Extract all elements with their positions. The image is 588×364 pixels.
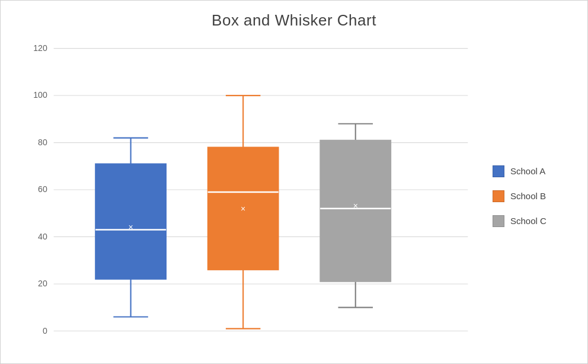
legend-label-school-c: School C [510, 216, 547, 226]
legend-color-school-b [493, 190, 504, 202]
legend-item-school-c: School C [493, 215, 576, 227]
legend: School A School B School C [481, 34, 576, 358]
svg-text:80: 80 [38, 138, 47, 147]
chart-title: Box and Whisker Chart [212, 11, 376, 30]
svg-text:×: × [128, 222, 133, 232]
svg-rect-18 [95, 164, 166, 279]
legend-label-school-b: School B [510, 191, 546, 201]
chart-container: Box and Whisker Chart 120 100 80 60 [0, 0, 588, 364]
svg-text:×: × [241, 204, 245, 213]
legend-item-school-b: School B [493, 190, 576, 202]
legend-label-school-a: School A [510, 166, 545, 176]
chart-area: 120 100 80 60 40 20 0 [18, 34, 481, 358]
chart-body: 120 100 80 60 40 20 0 [1, 34, 587, 364]
svg-text:120: 120 [33, 43, 47, 53]
svg-text:100: 100 [33, 90, 47, 100]
svg-text:60: 60 [38, 184, 47, 194]
svg-rect-32 [320, 141, 391, 282]
svg-text:0: 0 [43, 326, 47, 336]
legend-item-school-a: School A [493, 165, 576, 177]
chart-svg: 120 100 80 60 40 20 0 [18, 34, 481, 358]
svg-text:×: × [353, 201, 358, 210]
legend-color-school-a [493, 165, 504, 177]
legend-color-school-c [493, 215, 504, 227]
svg-text:40: 40 [38, 232, 47, 241]
svg-text:20: 20 [38, 279, 47, 288]
